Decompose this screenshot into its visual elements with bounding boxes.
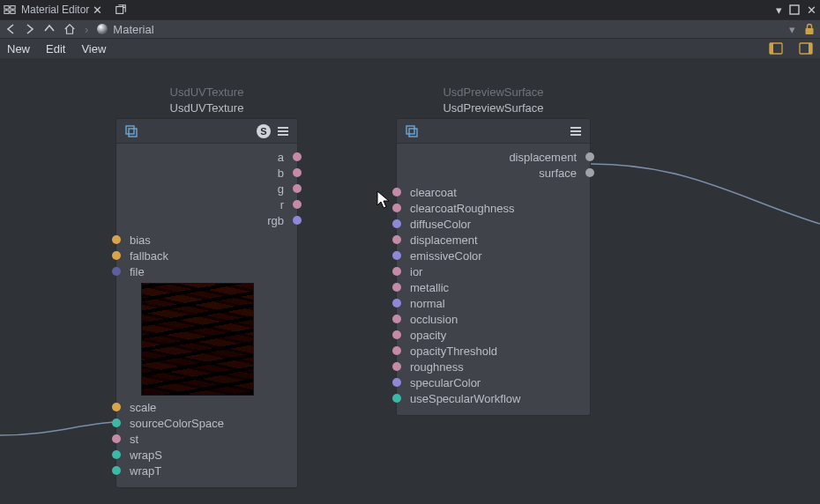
- port-scale[interactable]: scale: [125, 399, 288, 415]
- port-g[interactable]: g: [125, 181, 288, 196]
- port-clearcoatRoughness[interactable]: clearcoatRoughness: [406, 200, 581, 216]
- node-usdpreviewsurface[interactable]: UsdPreviewSurface UsdPreviewSurface disp…: [396, 118, 591, 416]
- port-dot[interactable]: [112, 251, 121, 260]
- port-dot[interactable]: [392, 394, 401, 403]
- svg-rect-1: [11, 6, 15, 10]
- panel-toggle-a-icon[interactable]: [769, 41, 783, 56]
- svg-rect-4: [116, 7, 123, 14]
- port-label: surface: [537, 167, 578, 180]
- window-titlebar: Material Editor ✕ ▾ ✕: [0, 0, 820, 19]
- node-graph-canvas[interactable]: UsdUVTexture UsdUVTexture S abgrrgb bias…: [0, 58, 820, 504]
- new-tab-icon[interactable]: [115, 4, 127, 16]
- port-b[interactable]: b: [125, 165, 288, 181]
- port-surface[interactable]: surface: [406, 165, 581, 181]
- port-occlusion[interactable]: occlusion: [406, 311, 581, 327]
- port-sourceColorSpace[interactable]: sourceColorSpace: [125, 415, 288, 431]
- port-displacement[interactable]: displacement: [406, 149, 581, 165]
- port-dot[interactable]: [392, 204, 401, 212]
- port-file[interactable]: file: [125, 263, 288, 279]
- lock-icon[interactable]: [804, 23, 815, 35]
- port-ior[interactable]: ior: [406, 263, 581, 279]
- port-dot[interactable]: [112, 450, 121, 459]
- port-emissiveColor[interactable]: emissiveColor: [406, 248, 581, 263]
- port-label: opacity: [408, 329, 448, 342]
- nav-back-icon[interactable]: [5, 24, 16, 34]
- port-rgb[interactable]: rgb: [125, 212, 288, 228]
- minimize-icon[interactable]: ▾: [776, 4, 782, 17]
- menu-edit[interactable]: Edit: [46, 42, 65, 56]
- breadcrumb[interactable]: Material: [97, 23, 153, 36]
- menu-view[interactable]: View: [81, 42, 106, 56]
- port-a[interactable]: a: [125, 149, 288, 165]
- port-dot[interactable]: [392, 299, 401, 308]
- layers-icon: [123, 123, 139, 139]
- node-header[interactable]: S: [116, 119, 297, 144]
- port-dot[interactable]: [392, 330, 401, 339]
- port-dot[interactable]: [392, 362, 401, 371]
- port-label: useSpecularWorkflow: [408, 392, 522, 405]
- menu-new[interactable]: New: [7, 42, 30, 56]
- port-dot[interactable]: [392, 251, 401, 260]
- port-dot[interactable]: [112, 466, 121, 475]
- port-bias[interactable]: bias: [125, 232, 288, 248]
- panel-toggle-b-icon[interactable]: [799, 41, 813, 56]
- solo-badge-icon[interactable]: S: [257, 124, 271, 138]
- port-dot[interactable]: [392, 283, 401, 292]
- port-wrapT[interactable]: wrapT: [125, 463, 288, 478]
- texture-thumbnail[interactable]: [141, 283, 254, 396]
- port-dot[interactable]: [112, 434, 121, 443]
- breadcrumb-dropdown-icon[interactable]: ▾: [789, 23, 795, 36]
- port-dot[interactable]: [392, 267, 401, 276]
- mouse-cursor-icon: [376, 190, 391, 210]
- port-dot[interactable]: [293, 216, 302, 225]
- port-fallback[interactable]: fallback: [125, 248, 288, 263]
- port-dot[interactable]: [293, 200, 302, 209]
- nav-forward-icon[interactable]: [25, 24, 35, 34]
- port-specularColor[interactable]: specularColor: [406, 374, 581, 390]
- port-dot[interactable]: [392, 188, 401, 196]
- port-label: st: [128, 433, 140, 446]
- port-dot[interactable]: [392, 346, 401, 355]
- port-diffuseColor[interactable]: diffuseColor: [406, 216, 581, 232]
- port-r[interactable]: r: [125, 196, 288, 212]
- port-dot[interactable]: [293, 184, 302, 193]
- port-wrapS[interactable]: wrapS: [125, 447, 288, 463]
- port-displacement[interactable]: displacement: [406, 232, 581, 248]
- port-opacity[interactable]: opacity: [406, 327, 581, 343]
- close-tab-icon[interactable]: ✕: [93, 4, 102, 17]
- port-useSpecularWorkflow[interactable]: useSpecularWorkflow: [406, 390, 581, 406]
- port-dot[interactable]: [392, 315, 401, 323]
- hamburger-icon[interactable]: [276, 124, 290, 138]
- close-window-icon[interactable]: ✕: [807, 4, 816, 17]
- port-dot[interactable]: [585, 168, 594, 177]
- port-dot[interactable]: [112, 403, 121, 411]
- port-dot[interactable]: [585, 152, 594, 161]
- port-dot[interactable]: [392, 378, 401, 387]
- port-metallic[interactable]: metallic: [406, 279, 581, 295]
- hamburger-icon[interactable]: [569, 124, 583, 138]
- port-opacityThreshold[interactable]: opacityThreshold: [406, 343, 581, 359]
- port-dot[interactable]: [392, 235, 401, 244]
- nav-up-icon[interactable]: [44, 24, 55, 34]
- home-icon[interactable]: [63, 23, 76, 35]
- port-label: ior: [408, 265, 424, 278]
- port-dot[interactable]: [112, 235, 121, 244]
- port-dot[interactable]: [293, 168, 302, 177]
- port-label: specularColor: [408, 376, 482, 389]
- port-dot[interactable]: [392, 219, 401, 228]
- node-usduvtexture[interactable]: UsdUVTexture UsdUVTexture S abgrrgb bias…: [116, 118, 298, 488]
- port-st[interactable]: st: [125, 431, 288, 447]
- port-normal[interactable]: normal: [406, 295, 581, 311]
- port-clearcoat[interactable]: clearcoat: [406, 184, 581, 200]
- port-dot[interactable]: [112, 419, 121, 427]
- window-title: Material Editor: [21, 4, 89, 16]
- port-roughness[interactable]: roughness: [406, 359, 581, 374]
- port-label: file: [128, 265, 146, 278]
- port-label: clearcoat: [408, 186, 458, 199]
- port-dot[interactable]: [293, 152, 302, 161]
- breadcrumb-sep-icon: ›: [85, 23, 88, 36]
- maximize-icon[interactable]: [789, 4, 800, 15]
- editor-icon: [4, 4, 16, 16]
- port-dot[interactable]: [112, 267, 121, 276]
- node-header[interactable]: [397, 119, 590, 144]
